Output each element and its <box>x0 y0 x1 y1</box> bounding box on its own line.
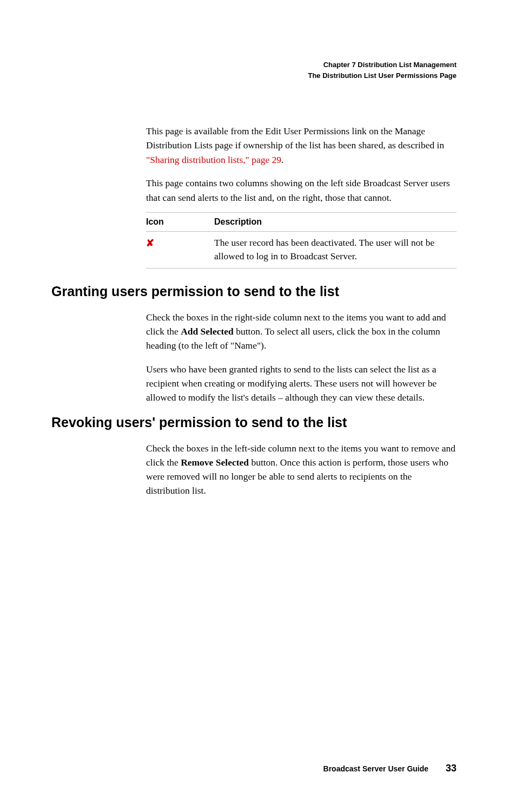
table-row: ✘ The user record has been deactivated. … <box>146 231 457 268</box>
chapter-line: Chapter 7 Distribution List Management <box>51 60 457 70</box>
page-header: Chapter 7 Distribution List Management T… <box>51 60 457 81</box>
revoke-paragraph-1: Check the boxes in the left-side column … <box>146 441 457 498</box>
grant-paragraph-1: Check the boxes in the right-side column… <box>146 310 457 353</box>
grant-paragraph-2: Users who have been granted rights to se… <box>146 362 457 405</box>
section-line: The Distribution List User Permissions P… <box>51 70 457 81</box>
intro-p1-prefix: This page is available from the Edit Use… <box>146 126 444 150</box>
deactivated-icon: ✘ <box>146 231 214 268</box>
page-footer: Broadcast Server User Guide 33 <box>51 763 457 774</box>
deactivated-description: The user record has been deactivated. Th… <box>214 231 457 268</box>
intro-p1-suffix: . <box>281 154 283 165</box>
remove-selected-label: Remove Selected <box>181 457 249 468</box>
guide-title: Broadcast Server User Guide <box>323 764 429 773</box>
sharing-lists-link[interactable]: "Sharing distribution lists," page 29 <box>146 154 281 165</box>
col-header-icon: Icon <box>146 212 214 231</box>
intro-paragraph-1: This page is available from the Edit Use… <box>146 124 457 167</box>
heading-revoking-permission: Revoking users' permission to send to th… <box>51 415 457 430</box>
col-header-description: Description <box>214 212 457 231</box>
intro-paragraph-2: This page contains two columns showing o… <box>146 176 457 205</box>
page-number: 33 <box>446 763 457 774</box>
table-header-row: Icon Description <box>146 212 457 231</box>
heading-granting-permission: Granting users permission to send to the… <box>51 284 457 299</box>
add-selected-label: Add Selected <box>181 326 234 337</box>
icon-legend-table: Icon Description ✘ The user record has b… <box>146 212 457 269</box>
